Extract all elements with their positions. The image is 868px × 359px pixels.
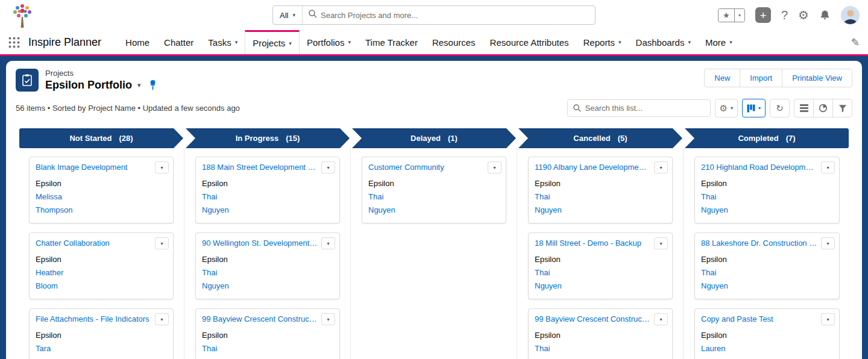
owner-first-name-link[interactable]: Thai	[202, 342, 333, 355]
project-title-link[interactable]: Customer Community	[368, 163, 500, 172]
list-view-selector-icon[interactable]: ▾	[137, 81, 141, 89]
nav-item-reports[interactable]: Reports▾	[576, 30, 629, 54]
card-actions-button[interactable]: ▾	[654, 161, 668, 173]
nav-item-resource-attributes[interactable]: Resource Attributes	[483, 30, 576, 54]
refresh-button[interactable]: ↻	[770, 99, 790, 117]
kanban-card[interactable]: 90 Wellington St. Development Pr...▾Epsi…	[195, 233, 340, 299]
card-actions-button[interactable]: ▾	[654, 313, 668, 325]
owner-last-name-link[interactable]: Martin	[36, 355, 167, 359]
chart-button[interactable]	[813, 99, 833, 117]
owner-first-name-link[interactable]: Melissa	[36, 190, 167, 204]
notifications-bell-icon[interactable]	[819, 9, 831, 21]
owner-first-name-link[interactable]: Thai	[202, 266, 333, 279]
search-scope-dropdown[interactable]: All ▾	[273, 6, 303, 24]
global-search-input[interactable]	[321, 6, 595, 24]
card-actions-button[interactable]: ▾	[821, 161, 835, 173]
new-button[interactable]: New	[704, 69, 740, 87]
owner-last-name-link[interactable]: Nguyen	[368, 204, 500, 217]
nav-item-portfolios[interactable]: Portfolios▾	[300, 30, 358, 54]
global-add-button[interactable]: +	[755, 7, 771, 23]
owner-last-name-link[interactable]: Nguyen	[701, 204, 833, 217]
kanban-card[interactable]: 99 Bayview Crescent Construction ...▾Eps…	[195, 308, 340, 359]
kanban-card[interactable]: 188 Main Street Development Proj...▾Epsi…	[195, 157, 340, 223]
card-actions-button[interactable]: ▾	[654, 237, 668, 249]
project-title-link[interactable]: Copy and Paste Test	[701, 314, 833, 323]
owner-first-name-link[interactable]: Thai	[701, 266, 833, 279]
card-actions-button[interactable]: ▾	[821, 313, 835, 325]
owner-first-name-link[interactable]: Heather	[36, 266, 167, 279]
kanban-card[interactable]: Blank Image Development▾EpsilonMelissaTh…	[29, 157, 174, 223]
app-launcher-icon[interactable]	[8, 37, 20, 48]
project-title-link[interactable]: 188 Main Street Development Proj...	[202, 163, 333, 172]
kanban-card[interactable]: 1190 Albany Lane Development Pr...▾Epsil…	[528, 157, 673, 223]
nav-item-resources[interactable]: Resources	[425, 30, 483, 54]
project-title-link[interactable]: 1190 Albany Lane Development Pr...	[535, 163, 666, 172]
card-actions-button[interactable]: ▾	[321, 237, 335, 249]
owner-first-name-link[interactable]: Thai	[535, 190, 666, 204]
inline-edit-rows-button[interactable]	[794, 99, 814, 117]
owner-first-name-link[interactable]: Lauren	[701, 342, 833, 355]
card-actions-button[interactable]: ▾	[321, 313, 335, 325]
owner-first-name-link[interactable]: Thai	[202, 190, 333, 204]
list-search-input[interactable]	[585, 104, 705, 113]
favorite-star-icon[interactable]: ★	[719, 9, 734, 22]
kanban-column-header-completed[interactable]: Completed(7)	[685, 128, 849, 148]
owner-last-name-link[interactable]: Nguyen	[535, 204, 666, 217]
card-actions-button[interactable]: ▾	[488, 161, 502, 173]
kanban-column-header-in-progress[interactable]: In Progress(15)	[186, 128, 350, 148]
kanban-card[interactable]: 18 Mill Street - Demo - Backup▾EpsilonTh…	[528, 233, 673, 299]
display-as-kanban-button[interactable]: ▾	[742, 99, 766, 117]
setup-gear-icon[interactable]: ⚙	[798, 9, 809, 21]
project-title-link[interactable]: 210 Highland Road Development ...	[701, 163, 833, 172]
owner-last-name-link[interactable]: Nguyen	[535, 355, 666, 359]
kanban-card[interactable]: File Attachments - File Indicators▾Epsil…	[29, 308, 174, 359]
card-actions-button[interactable]: ▾	[155, 313, 169, 325]
kanban-card[interactable]: 99 Bayview Crescent Construction ...▾Eps…	[528, 308, 673, 359]
owner-last-name-link[interactable]: Bloom	[36, 279, 167, 293]
project-title-link[interactable]: 88 Lakeshore Dr. Construction Proj...	[701, 239, 833, 248]
nav-item-time-tracker[interactable]: Time Tracker	[358, 30, 425, 54]
owner-first-name-link[interactable]: Tara	[36, 342, 167, 355]
owner-last-name-link[interactable]: Thompson	[36, 204, 167, 217]
project-title-link[interactable]: File Attachments - File Indicators	[36, 314, 167, 323]
project-title-link[interactable]: Blank Image Development	[36, 163, 167, 172]
kanban-column-header-not-started[interactable]: Not Started(28)	[19, 128, 183, 148]
owner-last-name-link[interactable]: Nguyen	[701, 279, 833, 293]
kanban-card[interactable]: 210 Highland Road Development ...▾Epsilo…	[694, 157, 840, 223]
kanban-card[interactable]: Chatter Collaboration▾EpsilonHeatherBloo…	[29, 233, 174, 299]
import-button[interactable]: Import	[740, 69, 782, 87]
kanban-card[interactable]: 88 Lakeshore Dr. Construction Proj...▾Ep…	[694, 233, 840, 299]
project-title-link[interactable]: Chatter Collaboration	[36, 239, 167, 248]
user-avatar[interactable]	[841, 6, 860, 25]
project-title-link[interactable]: 99 Bayview Crescent Construction ...	[535, 314, 666, 323]
owner-first-name-link[interactable]: Thai	[368, 190, 500, 204]
help-icon[interactable]: ?	[781, 9, 788, 21]
nav-item-chatter[interactable]: Chatter	[157, 30, 201, 54]
card-actions-button[interactable]: ▾	[155, 161, 169, 173]
owner-first-name-link[interactable]: Thai	[701, 190, 833, 204]
owner-last-name-link[interactable]: Macnab	[701, 355, 833, 359]
owner-first-name-link[interactable]: Thai	[535, 342, 666, 355]
card-actions-button[interactable]: ▾	[321, 161, 335, 173]
pin-icon[interactable]	[149, 80, 157, 90]
owner-last-name-link[interactable]: Nguyen	[202, 279, 333, 293]
kanban-column-header-delayed[interactable]: Delayed(1)	[352, 128, 516, 148]
kanban-card[interactable]: Copy and Paste Test▾EpsilonLaurenMacnab	[694, 308, 840, 359]
nav-item-projects[interactable]: Projects▾	[245, 30, 300, 54]
filter-button[interactable]	[832, 99, 852, 117]
nav-item-home[interactable]: Home	[118, 30, 157, 54]
list-view-controls-button[interactable]: ⚙ ▾	[715, 99, 738, 117]
project-title-link[interactable]: 99 Bayview Crescent Construction ...	[202, 314, 333, 323]
printable-view-button[interactable]: Printable View	[782, 69, 852, 87]
nav-item-dashboards[interactable]: Dashboards▾	[629, 30, 698, 54]
nav-item-tasks[interactable]: Tasks▾	[201, 30, 245, 54]
edit-nav-pencil-icon[interactable]: ✎	[851, 36, 860, 49]
owner-first-name-link[interactable]: Thai	[535, 266, 666, 279]
favorites-dropdown-icon[interactable]: ▾	[734, 9, 744, 22]
project-title-link[interactable]: 18 Mill Street - Demo - Backup	[535, 239, 666, 248]
owner-last-name-link[interactable]: Nguyen	[202, 204, 333, 217]
owner-last-name-link[interactable]: Nguyen	[202, 355, 333, 359]
nav-item-more[interactable]: More▾	[698, 30, 740, 54]
owner-last-name-link[interactable]: Nguyen	[535, 279, 666, 293]
kanban-card[interactable]: Customer Community▾EpsilonThaiNguyen	[362, 157, 506, 223]
